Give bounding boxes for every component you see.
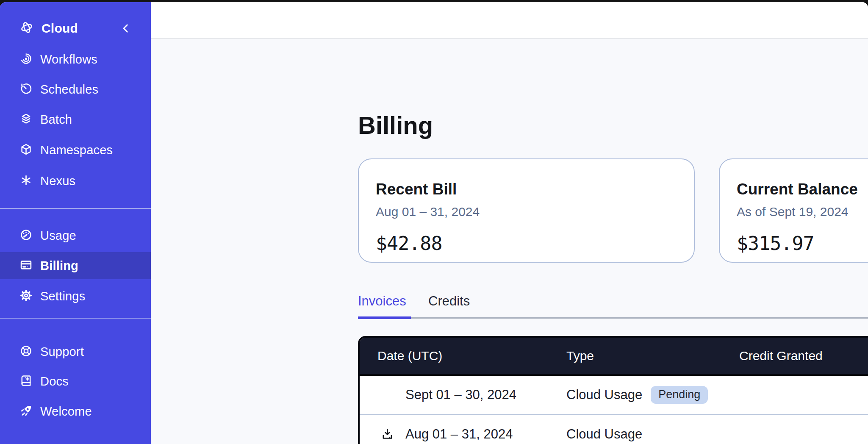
invoices-table: Date (UTC) Type Credit Granted Sept 01 –… xyxy=(358,336,868,444)
app-window: Cloud Workflows xyxy=(0,2,868,444)
sidebar-divider xyxy=(0,318,151,319)
sidebar-item-settings[interactable]: Settings xyxy=(0,283,151,310)
status-badge: Pending xyxy=(651,386,708,404)
sidebar-item-label: Settings xyxy=(40,289,85,303)
sidebar-brand-cloud[interactable]: Cloud xyxy=(0,15,151,42)
billing-page: Cloud Workflows xyxy=(0,0,868,444)
chevron-left-icon[interactable] xyxy=(119,22,132,35)
sidebar-item-label: Docs xyxy=(40,375,69,388)
sidebar-item-label: Nexus xyxy=(40,174,75,188)
current-balance-card: Current Balance As of Sept 19, 2024 $315… xyxy=(719,158,868,263)
rocket-icon xyxy=(19,404,33,419)
column-header-credit: Credit Granted xyxy=(739,349,823,363)
book-icon xyxy=(19,374,33,389)
nexus-icon xyxy=(19,174,33,189)
recent-bill-card: Recent Bill Aug 01 – 31, 2024 $42.88 xyxy=(358,158,695,263)
sidebar-item-label: Usage xyxy=(40,229,76,243)
sidebar-item-usage[interactable]: Usage xyxy=(0,222,151,249)
card-title: Current Balance xyxy=(737,180,868,199)
invoice-date: Aug 01 – 31, 2024 xyxy=(405,427,513,442)
sidebar-item-workflows[interactable]: Workflows xyxy=(0,46,151,73)
usage-gauge-icon xyxy=(19,228,33,243)
invoice-type-cell: Cloud Usage xyxy=(566,427,642,442)
gear-icon xyxy=(19,289,33,304)
card-subtitle: As of Sept 19, 2024 xyxy=(737,205,868,219)
card-amount: $315.97 xyxy=(737,232,868,255)
batch-icon xyxy=(19,112,33,127)
download-invoice-icon[interactable] xyxy=(381,428,394,441)
top-bar xyxy=(151,2,868,39)
credit-card-icon xyxy=(19,258,33,273)
tab-credits[interactable]: Credits xyxy=(428,293,470,309)
sidebar-item-welcome[interactable]: Welcome xyxy=(0,398,151,425)
sidebar-item-label: Welcome xyxy=(40,405,92,419)
workflows-icon xyxy=(19,52,33,67)
column-header-type: Type xyxy=(566,349,594,363)
sidebar-divider xyxy=(0,208,151,209)
sidebar-item-docs[interactable]: Docs xyxy=(0,368,151,395)
invoice-type-cell: Cloud Usage Pending xyxy=(566,386,708,404)
temporal-logo-icon xyxy=(19,20,34,36)
sidebar-item-namespaces[interactable]: Namespaces xyxy=(0,136,151,164)
active-tab-underline xyxy=(358,316,411,319)
sidebar-brand-label: Cloud xyxy=(42,21,78,36)
sidebar-item-label: Schedules xyxy=(40,83,98,97)
column-header-date: Date (UTC) xyxy=(377,349,442,363)
sidebar-item-label: Workflows xyxy=(40,53,97,67)
sidebar: Cloud Workflows xyxy=(0,2,151,444)
sidebar-item-label: Batch xyxy=(40,113,72,127)
table-row: Aug 01 – 31, 2024 Cloud Usage xyxy=(360,414,868,444)
card-title: Recent Bill xyxy=(376,180,677,199)
tab-invoices[interactable]: Invoices xyxy=(358,293,406,309)
sidebar-item-label: Billing xyxy=(40,259,78,273)
invoice-date: Sept 01 – 30, 2024 xyxy=(405,387,516,402)
page-title: Billing xyxy=(358,113,433,139)
namespaces-icon xyxy=(19,143,33,158)
sidebar-item-label: Support xyxy=(40,345,84,359)
card-amount: $42.88 xyxy=(376,232,677,255)
table-header-row: Date (UTC) Type Credit Granted xyxy=(360,338,868,376)
sidebar-item-batch[interactable]: Batch xyxy=(0,106,151,133)
sidebar-item-nexus[interactable]: Nexus xyxy=(0,167,151,194)
sidebar-item-billing[interactable]: Billing xyxy=(0,252,151,279)
invoice-type: Cloud Usage xyxy=(566,387,642,402)
sidebar-item-schedules[interactable]: Schedules xyxy=(0,76,151,103)
invoice-type: Cloud Usage xyxy=(566,427,642,442)
sidebar-item-label: Namespaces xyxy=(40,143,113,157)
lifebuoy-icon xyxy=(19,344,33,359)
tab-divider-line xyxy=(358,317,868,319)
schedules-icon xyxy=(19,82,33,97)
card-subtitle: Aug 01 – 31, 2024 xyxy=(376,205,677,219)
sidebar-item-support[interactable]: Support xyxy=(0,338,151,365)
table-row: Sept 01 – 30, 2024 Cloud Usage Pending xyxy=(360,376,868,414)
